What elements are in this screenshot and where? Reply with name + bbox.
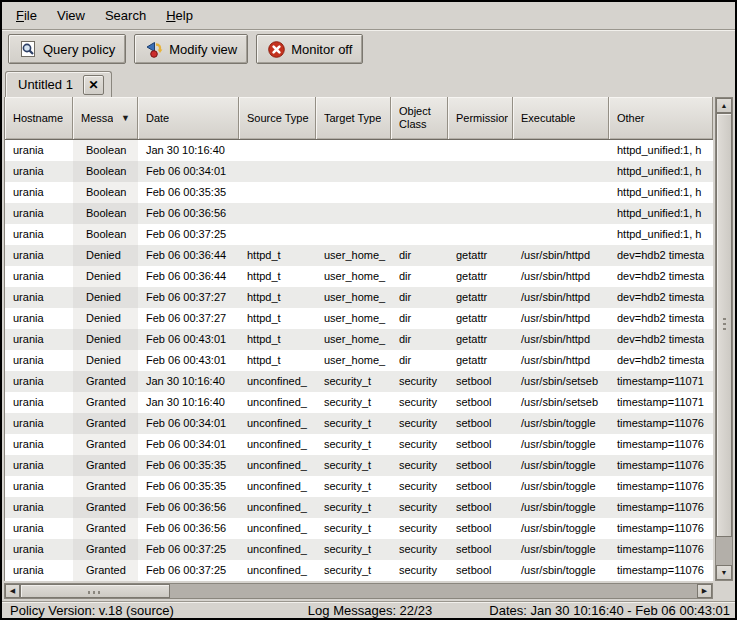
cell-executable: /usr/sbin/toggle: [513, 560, 609, 581]
cell-date: Feb 06 00:37:25: [138, 539, 239, 560]
cell-other: timestamp=11076: [609, 518, 713, 539]
cell-permission: [448, 182, 513, 203]
log-table-row[interactable]: uraniaGrantedFeb 06 00:35:35unconfined_s…: [5, 455, 713, 476]
log-table-row[interactable]: uraniaBooleanFeb 06 00:35:35httpd_unifie…: [5, 182, 713, 203]
cell-other: timestamp=11076: [609, 497, 713, 518]
query-policy-button[interactable]: Query policy: [8, 34, 126, 64]
log-table-row[interactable]: uraniaBooleanFeb 06 00:37:25httpd_unifie…: [5, 224, 713, 245]
cell-message: Denied: [73, 350, 138, 371]
cell-object_class: dir: [391, 287, 448, 308]
log-table-row[interactable]: uraniaBooleanFeb 06 00:36:56httpd_unifie…: [5, 203, 713, 224]
log-table-row[interactable]: uraniaDeniedFeb 06 00:37:27httpd_tuser_h…: [5, 308, 713, 329]
scroll-up-button[interactable]: ▲: [716, 98, 732, 113]
column-header-permission[interactable]: Permission: [448, 97, 513, 139]
cell-object_class: security: [391, 413, 448, 434]
cell-date: Feb 06 00:36:44: [138, 266, 239, 287]
cell-source_type: httpd_t: [239, 350, 316, 371]
modify-view-button[interactable]: Modify view: [134, 34, 248, 64]
log-table-row[interactable]: uraniaGrantedFeb 06 00:37:25unconfined_s…: [5, 539, 713, 560]
cell-other: timestamp=11076: [609, 560, 713, 581]
cell-message: Granted: [73, 455, 138, 476]
log-table-row[interactable]: uraniaDeniedFeb 06 00:37:27httpd_tuser_h…: [5, 287, 713, 308]
cell-object_class: security: [391, 539, 448, 560]
scroll-down-button[interactable]: ▼: [716, 565, 732, 580]
log-table-row[interactable]: uraniaDeniedFeb 06 00:43:01httpd_tuser_h…: [5, 329, 713, 350]
log-table-row[interactable]: uraniaGrantedFeb 06 00:37:25unconfined_s…: [5, 560, 713, 581]
log-table-row[interactable]: uraniaGrantedFeb 06 00:36:56unconfined_s…: [5, 497, 713, 518]
menu-view[interactable]: View: [47, 5, 95, 26]
cell-object_class: security: [391, 560, 448, 581]
horizontal-scrollbar-thumb[interactable]: [20, 584, 170, 598]
cell-hostname: urania: [5, 392, 73, 413]
menu-help[interactable]: Help: [156, 5, 203, 26]
cell-executable: /usr/sbin/toggle: [513, 413, 609, 434]
monitor-off-button[interactable]: Monitor off: [256, 34, 363, 64]
scroll-right-button[interactable]: ▶: [697, 584, 712, 598]
column-header-object_class[interactable]: Object Class: [391, 97, 448, 139]
column-header-target_type[interactable]: Target Type: [316, 97, 391, 139]
cell-other: timestamp=11071: [609, 392, 713, 413]
cell-message: Granted: [73, 518, 138, 539]
cell-executable: /usr/sbin/setseb: [513, 371, 609, 392]
cell-target_type: [316, 140, 391, 161]
cell-message: Boolean: [73, 182, 138, 203]
tab-untitled-1[interactable]: Untitled 1 ✕: [5, 71, 112, 97]
cell-other: httpd_unified:1, h: [609, 224, 713, 245]
cell-date: Feb 06 00:34:01: [138, 413, 239, 434]
log-table-row[interactable]: uraniaBooleanJan 30 10:16:40httpd_unifie…: [5, 140, 713, 161]
cell-executable: /usr/sbin/toggle: [513, 497, 609, 518]
column-label: Permission: [456, 112, 508, 125]
column-header-executable[interactable]: Executable: [513, 97, 609, 139]
cell-executable: /usr/sbin/setseb: [513, 392, 609, 413]
horizontal-scrollbar-track[interactable]: [20, 584, 697, 598]
cell-message: Granted: [73, 371, 138, 392]
log-table-row[interactable]: uraniaDeniedFeb 06 00:36:44httpd_tuser_h…: [5, 245, 713, 266]
cell-date: Feb 06 00:37:27: [138, 308, 239, 329]
horizontal-scrollbar[interactable]: ◀ ▶: [4, 583, 713, 599]
cell-other: httpd_unified:1, h: [609, 140, 713, 161]
cell-other: dev=hdb2 timesta: [609, 245, 713, 266]
menu-search[interactable]: Search: [95, 5, 156, 26]
modify-view-icon: [145, 40, 164, 59]
cell-source_type: httpd_t: [239, 287, 316, 308]
cell-executable: [513, 182, 609, 203]
column-header-date[interactable]: Date: [138, 97, 239, 139]
log-table-row[interactable]: uraniaGrantedJan 30 10:16:40unconfined_s…: [5, 392, 713, 413]
cell-other: timestamp=11071: [609, 371, 713, 392]
cell-hostname: urania: [5, 560, 73, 581]
tab-strip: Untitled 1 ✕: [2, 68, 735, 97]
column-label: Object Class: [399, 105, 443, 131]
cell-target_type: user_home_: [316, 308, 391, 329]
log-table-row[interactable]: uraniaGrantedFeb 06 00:35:35unconfined_s…: [5, 476, 713, 497]
column-header-message[interactable]: Messa▼: [73, 97, 138, 139]
cell-permission: setbool: [448, 476, 513, 497]
cell-hostname: urania: [5, 350, 73, 371]
scroll-left-button[interactable]: ◀: [5, 584, 20, 598]
table-body: uraniaBooleanJan 30 10:16:40httpd_unifie…: [5, 140, 713, 581]
cell-message: Granted: [73, 476, 138, 497]
column-label: Other: [617, 112, 645, 125]
cell-permission: getattr: [448, 308, 513, 329]
log-table-row[interactable]: uraniaGrantedJan 30 10:16:40unconfined_s…: [5, 371, 713, 392]
tab-close-button[interactable]: ✕: [83, 75, 104, 95]
button-label: Modify view: [169, 42, 237, 57]
cell-date: Feb 06 00:36:56: [138, 518, 239, 539]
log-table-row[interactable]: uraniaGrantedFeb 06 00:36:56unconfined_s…: [5, 518, 713, 539]
cell-permission: setbool: [448, 371, 513, 392]
log-table-row[interactable]: uraniaGrantedFeb 06 00:34:01unconfined_s…: [5, 434, 713, 455]
vertical-scrollbar-thumb[interactable]: [716, 113, 732, 537]
log-table-row[interactable]: uraniaBooleanFeb 06 00:34:01httpd_unifie…: [5, 161, 713, 182]
column-header-hostname[interactable]: Hostname: [5, 97, 73, 139]
log-table-row[interactable]: uraniaGrantedFeb 06 00:34:01unconfined_s…: [5, 413, 713, 434]
column-header-other[interactable]: Other: [609, 97, 713, 139]
log-table-row[interactable]: uraniaDeniedFeb 06 00:43:01httpd_tuser_h…: [5, 350, 713, 371]
cell-target_type: security_t: [316, 497, 391, 518]
cell-target_type: [316, 182, 391, 203]
column-header-source_type[interactable]: Source Type: [239, 97, 316, 139]
app-window: File View Search Help Query policy Modif…: [0, 0, 737, 620]
cell-message: Granted: [73, 434, 138, 455]
menu-file[interactable]: File: [6, 5, 47, 26]
cell-permission: getattr: [448, 287, 513, 308]
log-table-row[interactable]: uraniaDeniedFeb 06 00:36:44httpd_tuser_h…: [5, 266, 713, 287]
vertical-scrollbar[interactable]: ▲ ▼: [715, 97, 733, 581]
